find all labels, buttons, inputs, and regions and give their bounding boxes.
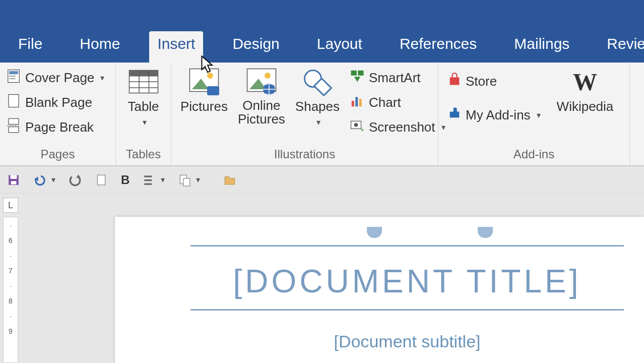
- ruler-mark: ·: [10, 252, 12, 260]
- paste-button[interactable]: ▾: [178, 173, 200, 187]
- document-subtitle-placeholder[interactable]: [Document subtitle]: [190, 321, 624, 351]
- quick-access-toolbar: ▾ B ▾ ▾: [0, 166, 644, 194]
- chevron-down-icon: ▾: [537, 110, 541, 120]
- ruler-mark: ·: [10, 312, 12, 320]
- pictures-button[interactable]: Pictures: [175, 66, 233, 116]
- smartart-button[interactable]: SmartArt: [348, 66, 447, 90]
- svg-rect-25: [351, 71, 357, 76]
- svg-rect-3: [9, 78, 16, 80]
- shapes-button[interactable]: Shapes ▾: [290, 66, 345, 129]
- chevron-down-icon: ▾: [100, 73, 104, 83]
- svg-rect-1: [9, 71, 18, 74]
- shapes-label: Shapes: [295, 99, 340, 114]
- ruler-mark: 8: [9, 297, 13, 305]
- document-page[interactable]: [DOCUMENT TITLE] [Document subtitle]: [115, 217, 644, 363]
- document-title-placeholder[interactable]: [DOCUMENT TITLE]: [190, 257, 624, 306]
- blank-page-button[interactable]: Blank Page: [4, 90, 111, 115]
- smartart-icon: [350, 69, 365, 87]
- my-addins-button[interactable]: My Add-ins ▾: [445, 103, 543, 127]
- table-button[interactable]: Table ▾: [122, 66, 164, 129]
- tab-review[interactable]: Review: [599, 31, 644, 63]
- ribbon: Cover Page ▾ Blank Page Page Break Page: [0, 63, 644, 166]
- save-button[interactable]: [7, 173, 20, 187]
- new-doc-button[interactable]: [95, 173, 108, 187]
- svg-rect-4: [9, 95, 19, 107]
- svg-rect-45: [183, 178, 190, 186]
- shapes-icon: [302, 68, 333, 96]
- blank-page-label: Blank Page: [25, 95, 92, 110]
- redo-icon: [69, 173, 82, 187]
- open-button[interactable]: [223, 173, 236, 187]
- store-label: Store: [466, 74, 497, 89]
- redo-button[interactable]: [69, 173, 82, 187]
- group-tables-label: Tables: [120, 145, 167, 164]
- tab-layout[interactable]: Layout: [309, 31, 370, 63]
- store-button[interactable]: Store: [445, 70, 543, 93]
- ruler-mark: ·: [10, 221, 12, 229]
- chart-label: Chart: [369, 95, 401, 110]
- svg-point-15: [207, 73, 213, 79]
- svg-point-32: [354, 123, 358, 127]
- svg-rect-2: [9, 76, 16, 77]
- store-icon: [447, 73, 462, 90]
- online-pictures-label-2: Pictures: [238, 112, 285, 126]
- group-illustrations: Pictures Online Pictures Shapes ▾: [171, 63, 438, 165]
- group-tables: Table ▾ Tables: [116, 63, 171, 165]
- wikipedia-button[interactable]: W Wikipedia: [552, 66, 619, 116]
- my-addins-label: My Add-ins: [466, 107, 531, 123]
- screenshot-label: Screenshot: [369, 119, 435, 135]
- wikipedia-icon: W: [570, 68, 600, 96]
- tab-file[interactable]: File: [10, 31, 50, 63]
- online-pictures-button[interactable]: Online Pictures: [233, 66, 290, 129]
- save-icon: [7, 173, 20, 187]
- svg-rect-43: [145, 183, 152, 185]
- paste-icon: [178, 173, 191, 187]
- vertical-ruler[interactable]: · 6 · 7 · 8 · 9: [3, 217, 18, 363]
- chevron-down-icon: ▾: [51, 175, 55, 185]
- svg-rect-40: [97, 175, 105, 185]
- svg-rect-30: [359, 99, 362, 106]
- chevron-down-icon: ▾: [143, 117, 147, 127]
- tab-insert[interactable]: Insert: [149, 31, 203, 63]
- svg-rect-41: [145, 175, 152, 177]
- screenshot-button[interactable]: + Screenshot ▾: [348, 115, 447, 140]
- tab-home[interactable]: Home: [72, 31, 128, 63]
- divider: [190, 309, 624, 311]
- cover-page-icon: [6, 69, 21, 87]
- chart-button[interactable]: Chart: [348, 90, 447, 115]
- page-break-label: Page Break: [25, 119, 94, 135]
- table-icon: [128, 68, 159, 96]
- ruler-mark: 7: [9, 267, 13, 275]
- titlebar: [0, 0, 644, 7]
- svg-marker-27: [354, 77, 361, 82]
- svg-rect-34: [450, 77, 460, 85]
- new-doc-icon: [95, 173, 108, 187]
- screenshot-icon: +: [350, 118, 365, 137]
- table-label: Table: [127, 99, 159, 114]
- ruler-tab-selector[interactable]: L: [3, 198, 18, 213]
- bold-button[interactable]: B: [121, 173, 130, 187]
- svg-rect-5: [9, 118, 19, 124]
- tab-design[interactable]: Design: [224, 31, 287, 63]
- tab-stop-icon: [367, 227, 382, 238]
- chevron-down-icon: ▾: [161, 175, 165, 185]
- tab-stop-icon: [478, 227, 493, 238]
- pictures-icon: [189, 68, 219, 96]
- svg-rect-28: [352, 101, 354, 106]
- smartart-label: SmartArt: [369, 70, 421, 86]
- spacing-icon: [143, 173, 156, 187]
- tab-mailings[interactable]: Mailings: [506, 31, 577, 63]
- svg-rect-37: [11, 181, 17, 185]
- page-break-button[interactable]: Page Break: [4, 115, 111, 140]
- svg-rect-42: [145, 179, 152, 180]
- spacing-button[interactable]: ▾: [143, 173, 165, 187]
- pictures-label: Pictures: [180, 99, 228, 114]
- undo-button[interactable]: ▾: [33, 173, 55, 187]
- svg-rect-6: [9, 127, 19, 133]
- cover-page-button[interactable]: Cover Page ▾: [4, 66, 111, 90]
- undo-icon: [33, 173, 46, 187]
- group-addins: Store My Add-ins ▾ W Wikipedia Add-ins: [438, 63, 630, 165]
- chevron-down-icon: ▾: [316, 117, 320, 127]
- tab-references[interactable]: References: [392, 31, 485, 63]
- cover-page-label: Cover Page: [25, 70, 94, 86]
